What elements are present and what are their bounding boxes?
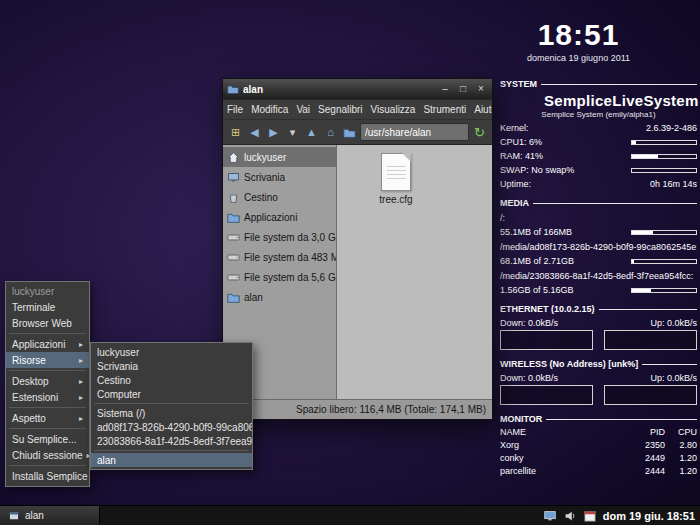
process-table-header: NAME PID CPU (500, 427, 697, 437)
disk-bar (631, 259, 697, 264)
clock-date: domenica 19 giugno 2011 (527, 53, 630, 63)
drive-icon (227, 231, 240, 244)
window-icon (227, 83, 239, 95)
wireless-down-graph (500, 385, 593, 405)
menu-item-estensioni[interactable]: Estensioni▸ (6, 389, 89, 405)
sidebar-item-filesystem-5gb[interactable]: File system da 5,6 GB (223, 267, 336, 287)
window-title: alan (243, 84, 434, 95)
kernel-row: Kernel:2.6.39-2-486 (500, 123, 697, 133)
titlebar[interactable]: alan – □ × (223, 79, 492, 99)
menu-item-aspetto[interactable]: Aspetto▸ (6, 410, 89, 426)
volume-icon[interactable] (563, 509, 577, 523)
file-manager-window: alan – □ × File Modifica Vai Segnalibri … (222, 78, 493, 420)
submenu-item-alan[interactable]: alan (91, 453, 252, 467)
menu-segnalibri[interactable]: Segnalibri (314, 100, 366, 119)
disk-mount: /media/23083866-8a1f-42d5-8edf-3f7eea954… (500, 271, 697, 281)
disk-bar (631, 288, 697, 293)
desktop-icon (227, 171, 240, 184)
menubar: File Modifica Vai Segnalibri Visualizza … (223, 99, 492, 119)
minimize-button[interactable]: – (438, 82, 452, 96)
ethernet-rates: Down: 0.0kB/sUp: 0.0kB/s (500, 318, 697, 328)
submenu-item-uuid-2[interactable]: 23083866-8a1f-42d5-8edf-3f7eea954fcc (91, 434, 252, 448)
menu-strumenti[interactable]: Strumenti (419, 100, 470, 119)
menu-modifica[interactable]: Modifica (247, 100, 292, 119)
submenu-arrow-icon: ▸ (75, 356, 83, 365)
home-button[interactable]: ⌂ (322, 123, 339, 141)
monitor-section-header: MONITOR (500, 414, 697, 424)
home-icon (227, 151, 240, 164)
submenu-arrow-icon: ▸ (75, 414, 83, 423)
ram-bar (631, 154, 697, 159)
sidebar-item-applicazioni[interactable]: Applicazioni (223, 207, 336, 227)
forward-button[interactable]: ▶ (265, 123, 282, 141)
calendar-icon[interactable] (583, 509, 597, 523)
cpu-bar (631, 140, 697, 145)
menu-item-su-semplice[interactable]: Su Semplice... (6, 431, 89, 447)
cpu-row: CPU1: 6% (500, 137, 697, 147)
disk-usage-row: 1.56GB of 5.16GB (500, 285, 697, 295)
menu-item-installa-semplice[interactable]: Installa Semplice (6, 468, 89, 484)
process-row: conky 2449 1.20 (500, 453, 697, 463)
drive-icon (227, 251, 240, 264)
menu-separator (94, 403, 249, 404)
up-button[interactable]: ▲ (303, 123, 320, 141)
submenu-arrow-icon: ▸ (75, 377, 83, 386)
menu-separator (94, 450, 249, 451)
submenu-item-sistema[interactable]: Sistema (/) (91, 406, 252, 420)
submenu-item-cestino[interactable]: Cestino (91, 373, 252, 387)
menu-title: luckyuser (6, 284, 89, 299)
display-icon[interactable] (543, 509, 557, 523)
menu-separator (9, 428, 86, 429)
sidebar-item-luckyuser[interactable]: luckyuser (223, 147, 336, 167)
menu-item-terminale[interactable]: Terminale (6, 299, 89, 315)
menu-item-browser-web[interactable]: Browser Web (6, 315, 89, 331)
back-button[interactable]: ◀ (246, 123, 263, 141)
ram-row: RAM: 41% (500, 151, 697, 161)
menu-separator (9, 407, 86, 408)
window-body: luckyuser Scrivania Cestino Applicazioni… (223, 145, 492, 399)
free-space-label: Spazio libero: 116,4 MB (Totale: 174,1 M… (296, 404, 486, 415)
wireless-section-header: WIRELESS (No Address) [unk%] (500, 359, 697, 369)
menu-item-applicazioni[interactable]: Applicazioni▸ (6, 336, 89, 352)
sidebar-item-scrivania[interactable]: Scrivania (223, 167, 336, 187)
ethernet-section-header: ETHERNET (10.0.2.15) (500, 304, 697, 314)
ethernet-graphs (500, 330, 697, 350)
file-item[interactable]: tree.cfg (363, 153, 429, 205)
menu-item-risorse[interactable]: Risorse▸ (6, 352, 89, 368)
system-section-header: SYSTEM (500, 79, 697, 89)
menu-item-chiudi-sessione[interactable]: Chiudi sessione▸ (6, 447, 89, 463)
file-view[interactable]: tree.cfg (337, 145, 492, 399)
file-name: tree.cfg (363, 194, 429, 205)
maximize-button[interactable]: □ (456, 82, 470, 96)
taskbar-clock[interactable]: dom 19 giu. 18:51 (603, 510, 695, 522)
task-button-alan[interactable]: alan (0, 506, 100, 525)
reload-button[interactable]: ↻ (471, 123, 488, 141)
sidebar-item-cestino[interactable]: Cestino (223, 187, 336, 207)
toolbar: ⊞ ◀ ▶ ▾ ▲ ⌂ ↻ (223, 119, 492, 145)
wireless-rates: Down: 0.0kB/sUp: 0.0kB/s (500, 373, 697, 383)
taskbar: alan dom 19 giu. 18:51 (0, 505, 700, 525)
sidebar-item-alan[interactable]: alan (223, 287, 336, 307)
menu-item-desktop[interactable]: Desktop▸ (6, 373, 89, 389)
submenu-item-computer[interactable]: Computer (91, 387, 252, 401)
submenu-item-luckyuser[interactable]: luckyuser (91, 345, 252, 359)
disk-usage-row: 55.1MB of 166MB (500, 227, 697, 237)
sidebar-item-filesystem-483mb[interactable]: File system da 483 MB (223, 247, 336, 267)
close-button[interactable]: × (474, 82, 488, 96)
path-input[interactable] (360, 123, 469, 141)
menu-aiuto[interactable]: Aiuto (470, 100, 492, 119)
history-dropdown-button[interactable]: ▾ (284, 123, 301, 141)
wireless-up-graph (604, 385, 697, 405)
disk-mount: /: (500, 213, 697, 223)
new-window-button[interactable]: ⊞ (227, 123, 244, 141)
menu-vai[interactable]: Vai (292, 100, 314, 119)
menu-file[interactable]: File (223, 100, 247, 119)
menu-separator (9, 333, 86, 334)
sidebar-item-filesystem-3gb[interactable]: File system da 3,0 GB (223, 227, 336, 247)
conky-panel: SYSTEM SempliceLiveSystem Semplice Syste… (500, 70, 697, 476)
menu-visualizza[interactable]: Visualizza (367, 100, 420, 119)
submenu-arrow-icon: ▸ (75, 393, 83, 402)
ethernet-down-graph (500, 330, 593, 350)
submenu-item-uuid-1[interactable]: ad08f173-826b-4290-b0f9-99ca8062545e (91, 420, 252, 434)
submenu-item-scrivania[interactable]: Scrivania (91, 359, 252, 373)
